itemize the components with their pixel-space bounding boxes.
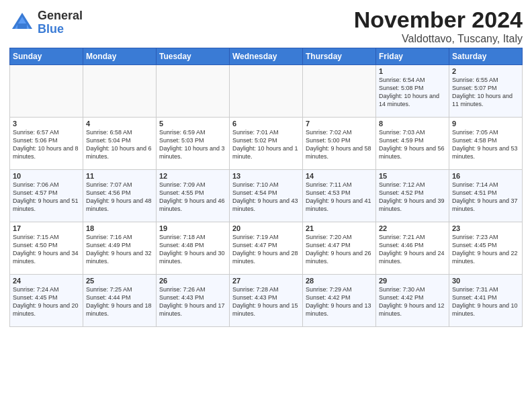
day-cell: 28Sunrise: 7:29 AM Sunset: 4:42 PM Dayli…	[303, 275, 376, 327]
day-cell	[303, 65, 376, 118]
day-number: 7	[306, 120, 373, 128]
day-info: Sunrise: 6:59 AM Sunset: 5:03 PM Dayligh…	[159, 128, 226, 161]
day-number: 11	[86, 172, 153, 180]
day-cell: 13Sunrise: 7:10 AM Sunset: 4:54 PM Dayli…	[230, 170, 303, 222]
day-number: 16	[452, 172, 519, 180]
day-number: 8	[379, 120, 446, 128]
col-tuesday: Tuesday	[157, 48, 230, 65]
day-number: 12	[159, 172, 226, 180]
day-number: 21	[306, 224, 373, 232]
logo-blue: Blue	[38, 22, 64, 36]
day-info: Sunrise: 7:06 AM Sunset: 4:57 PM Dayligh…	[13, 181, 80, 214]
day-info: Sunrise: 7:26 AM Sunset: 4:43 PM Dayligh…	[159, 285, 226, 318]
day-number: 20	[232, 224, 300, 232]
day-cell: 24Sunrise: 7:24 AM Sunset: 4:45 PM Dayli…	[10, 275, 83, 327]
day-cell: 6Sunrise: 7:01 AM Sunset: 5:02 PM Daylig…	[230, 118, 303, 170]
day-info: Sunrise: 7:25 AM Sunset: 4:44 PM Dayligh…	[86, 285, 153, 318]
col-sunday: Sunday	[10, 48, 83, 65]
day-info: Sunrise: 7:05 AM Sunset: 4:58 PM Dayligh…	[452, 128, 519, 161]
col-monday: Monday	[83, 48, 157, 65]
col-thursday: Thursday	[303, 48, 376, 65]
day-info: Sunrise: 7:21 AM Sunset: 4:46 PM Dayligh…	[379, 233, 446, 266]
logo-general: General	[38, 9, 83, 22]
day-cell: 1Sunrise: 6:54 AM Sunset: 5:08 PM Daylig…	[376, 65, 449, 118]
day-info: Sunrise: 7:01 AM Sunset: 5:02 PM Dayligh…	[232, 128, 300, 161]
col-saturday: Saturday	[449, 48, 523, 65]
day-info: Sunrise: 6:55 AM Sunset: 5:07 PM Dayligh…	[452, 76, 519, 109]
day-info: Sunrise: 7:03 AM Sunset: 4:59 PM Dayligh…	[379, 128, 446, 161]
day-info: Sunrise: 7:19 AM Sunset: 4:47 PM Dayligh…	[232, 233, 300, 266]
day-cell: 26Sunrise: 7:26 AM Sunset: 4:43 PM Dayli…	[157, 275, 230, 327]
day-cell: 5Sunrise: 6:59 AM Sunset: 5:03 PM Daylig…	[157, 118, 230, 170]
logo-text: General Blue	[38, 9, 83, 36]
day-cell: 30Sunrise: 7:31 AM Sunset: 4:41 PM Dayli…	[449, 275, 523, 327]
page-container: General Blue November 2024 Valdottavo, T…	[0, 0, 532, 331]
day-info: Sunrise: 6:54 AM Sunset: 5:08 PM Dayligh…	[379, 76, 446, 109]
logo: General Blue	[9, 9, 83, 36]
day-cell: 22Sunrise: 7:21 AM Sunset: 4:46 PM Dayli…	[376, 222, 449, 275]
day-number: 6	[232, 120, 300, 128]
calendar-table: Sunday Monday Tuesday Wednesday Thursday…	[9, 48, 523, 327]
day-cell: 14Sunrise: 7:11 AM Sunset: 4:53 PM Dayli…	[303, 170, 376, 222]
day-cell: 2Sunrise: 6:55 AM Sunset: 5:07 PM Daylig…	[449, 65, 523, 118]
calendar-header: Sunday Monday Tuesday Wednesday Thursday…	[10, 48, 523, 65]
day-info: Sunrise: 7:07 AM Sunset: 4:56 PM Dayligh…	[86, 181, 153, 214]
header: General Blue November 2024 Valdottavo, T…	[9, 7, 523, 45]
day-info: Sunrise: 7:16 AM Sunset: 4:49 PM Dayligh…	[86, 233, 153, 266]
day-cell: 23Sunrise: 7:23 AM Sunset: 4:45 PM Dayli…	[449, 222, 523, 275]
day-cell: 21Sunrise: 7:20 AM Sunset: 4:47 PM Dayli…	[303, 222, 376, 275]
day-number: 18	[86, 224, 153, 232]
day-info: Sunrise: 7:02 AM Sunset: 5:00 PM Dayligh…	[306, 128, 373, 161]
day-number: 13	[232, 172, 300, 180]
day-info: Sunrise: 7:18 AM Sunset: 4:48 PM Dayligh…	[159, 233, 226, 266]
col-wednesday: Wednesday	[230, 48, 303, 65]
day-info: Sunrise: 7:15 AM Sunset: 4:50 PM Dayligh…	[13, 233, 80, 266]
day-cell: 7Sunrise: 7:02 AM Sunset: 5:00 PM Daylig…	[303, 118, 376, 170]
week-row-1: 1Sunrise: 6:54 AM Sunset: 5:08 PM Daylig…	[10, 65, 523, 118]
day-number: 28	[306, 277, 373, 285]
day-info: Sunrise: 7:14 AM Sunset: 4:51 PM Dayligh…	[452, 181, 519, 214]
day-number: 19	[159, 224, 226, 232]
day-number: 23	[452, 224, 519, 232]
svg-rect-2	[17, 24, 27, 29]
day-info: Sunrise: 7:29 AM Sunset: 4:42 PM Dayligh…	[306, 285, 373, 318]
day-number: 22	[379, 224, 446, 232]
calendar-body: 1Sunrise: 6:54 AM Sunset: 5:08 PM Daylig…	[10, 65, 523, 327]
day-info: Sunrise: 7:20 AM Sunset: 4:47 PM Dayligh…	[306, 233, 373, 266]
day-info: Sunrise: 7:11 AM Sunset: 4:53 PM Dayligh…	[306, 181, 373, 214]
week-row-4: 17Sunrise: 7:15 AM Sunset: 4:50 PM Dayli…	[10, 222, 523, 275]
week-row-3: 10Sunrise: 7:06 AM Sunset: 4:57 PM Dayli…	[10, 170, 523, 222]
day-number: 2	[452, 67, 519, 75]
day-info: Sunrise: 7:24 AM Sunset: 4:45 PM Dayligh…	[13, 285, 80, 318]
day-number: 10	[13, 172, 80, 180]
day-cell: 8Sunrise: 7:03 AM Sunset: 4:59 PM Daylig…	[376, 118, 449, 170]
day-number: 3	[13, 120, 80, 128]
day-cell: 27Sunrise: 7:28 AM Sunset: 4:43 PM Dayli…	[230, 275, 303, 327]
day-cell: 3Sunrise: 6:57 AM Sunset: 5:06 PM Daylig…	[10, 118, 83, 170]
day-info: Sunrise: 6:57 AM Sunset: 5:06 PM Dayligh…	[13, 128, 80, 161]
day-number: 25	[86, 277, 153, 285]
day-number: 5	[159, 120, 226, 128]
day-info: Sunrise: 7:12 AM Sunset: 4:52 PM Dayligh…	[379, 181, 446, 214]
day-number: 1	[379, 67, 446, 75]
day-cell: 16Sunrise: 7:14 AM Sunset: 4:51 PM Dayli…	[449, 170, 523, 222]
day-cell	[157, 65, 230, 118]
day-cell: 10Sunrise: 7:06 AM Sunset: 4:57 PM Dayli…	[10, 170, 83, 222]
day-number: 26	[159, 277, 226, 285]
day-number: 30	[452, 277, 519, 285]
day-number: 9	[452, 120, 519, 128]
day-cell: 17Sunrise: 7:15 AM Sunset: 4:50 PM Dayli…	[10, 222, 83, 275]
location-title: Valdottavo, Tuscany, Italy	[354, 33, 523, 45]
day-number: 14	[306, 172, 373, 180]
day-info: Sunrise: 6:58 AM Sunset: 5:04 PM Dayligh…	[86, 128, 153, 161]
day-cell: 18Sunrise: 7:16 AM Sunset: 4:49 PM Dayli…	[83, 222, 157, 275]
day-info: Sunrise: 7:31 AM Sunset: 4:41 PM Dayligh…	[452, 285, 519, 318]
day-number: 15	[379, 172, 446, 180]
day-cell: 12Sunrise: 7:09 AM Sunset: 4:55 PM Dayli…	[157, 170, 230, 222]
day-cell: 4Sunrise: 6:58 AM Sunset: 5:04 PM Daylig…	[83, 118, 157, 170]
day-info: Sunrise: 7:28 AM Sunset: 4:43 PM Dayligh…	[232, 285, 300, 318]
day-info: Sunrise: 7:30 AM Sunset: 4:42 PM Dayligh…	[379, 285, 446, 318]
day-number: 17	[13, 224, 80, 232]
week-row-2: 3Sunrise: 6:57 AM Sunset: 5:06 PM Daylig…	[10, 118, 523, 170]
day-number: 4	[86, 120, 153, 128]
